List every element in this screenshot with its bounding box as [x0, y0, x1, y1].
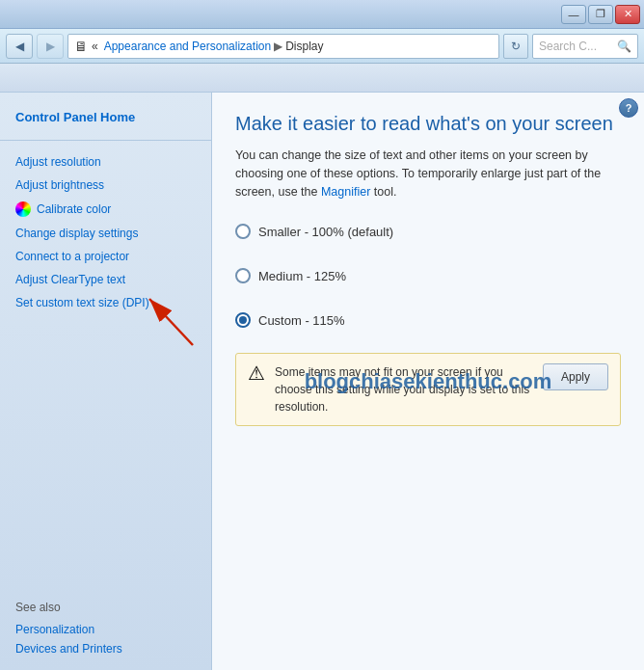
- main-container: Control Panel Home Adjust resolution Adj…: [0, 93, 644, 670]
- search-placeholder: Search C...: [539, 40, 597, 53]
- forward-button[interactable]: ▶: [37, 34, 64, 59]
- description-text-1: You can change the size of text and othe…: [235, 148, 601, 199]
- radio-option-smaller[interactable]: Smaller - 100% (default): [235, 220, 621, 243]
- maximize-button[interactable]: ❐: [588, 5, 613, 24]
- radio-custom-label: Custom - 115%: [258, 313, 345, 328]
- page-title: Make it easier to read what's on your sc…: [235, 112, 621, 135]
- search-icon: 🔍: [617, 40, 631, 53]
- sidebar-item-change-display-settings[interactable]: Change display settings: [0, 222, 211, 245]
- radio-custom[interactable]: [235, 312, 251, 328]
- color-wheel-icon: [15, 201, 31, 217]
- breadcrumb: 🖥 « Appearance and Personalization ▶ Dis…: [67, 34, 499, 59]
- change-display-label: Change display settings: [15, 227, 138, 240]
- minimize-button[interactable]: —: [561, 5, 586, 24]
- toolbar: [0, 64, 644, 93]
- breadcrumb-arrow: ▶: [274, 40, 282, 53]
- title-bar-controls: — ❐ ✕: [561, 5, 640, 24]
- sidebar-item-control-panel-home[interactable]: Control Panel Home: [0, 104, 211, 130]
- radio-smaller-label: Smaller - 100% (default): [258, 225, 393, 239]
- content-area: ? Make it easier to read what's on your …: [212, 93, 644, 670]
- sidebar-item-devices-printers[interactable]: Devices and Printers: [15, 639, 196, 658]
- radio-medium[interactable]: [235, 268, 251, 283]
- custom-dpi-label: Set custom text size (DPI): [15, 296, 149, 309]
- refresh-button[interactable]: ↻: [503, 34, 528, 59]
- sidebar-bottom: See also Personalization Devices and Pri…: [0, 589, 211, 658]
- breadcrumb-path2: Display: [285, 40, 323, 53]
- radio-smaller[interactable]: [235, 224, 251, 239]
- sidebar-item-connect-projector[interactable]: Connect to a projector: [0, 245, 211, 268]
- calibrate-color-label: Calibrate color: [37, 202, 111, 216]
- description-text-2: tool.: [374, 185, 397, 199]
- close-button[interactable]: ✕: [615, 5, 640, 24]
- magnifier-link[interactable]: Magnifier: [321, 185, 370, 199]
- address-bar: ◀ ▶ 🖥 « Appearance and Personalization ▶…: [0, 29, 644, 64]
- see-also-label: See also: [15, 601, 196, 614]
- sidebar-item-adjust-resolution[interactable]: Adjust resolution: [0, 150, 211, 174]
- warning-text: Some items may not fit on your screen if…: [275, 363, 533, 415]
- sidebar-item-personalization[interactable]: Personalization: [15, 620, 196, 639]
- cleartype-label: Adjust ClearType text: [15, 273, 125, 286]
- radio-option-medium[interactable]: Medium - 125%: [235, 264, 621, 287]
- sidebar-divider: [0, 140, 211, 141]
- back-button[interactable]: ◀: [6, 34, 33, 59]
- search-bar[interactable]: Search C... 🔍: [532, 34, 638, 59]
- sidebar: Control Panel Home Adjust resolution Adj…: [0, 93, 212, 670]
- radio-medium-label: Medium - 125%: [258, 269, 346, 283]
- breadcrumb-prefix: «: [92, 40, 98, 53]
- help-button[interactable]: ?: [619, 98, 638, 118]
- sidebar-item-adjust-brightness[interactable]: Adjust brightness: [0, 174, 211, 197]
- connect-projector-label: Connect to a projector: [15, 250, 129, 263]
- folder-icon: 🖥: [74, 39, 88, 54]
- warning-icon: ⚠: [248, 362, 265, 385]
- apply-button[interactable]: Apply: [543, 363, 608, 390]
- radio-option-custom[interactable]: Custom - 115%: [235, 308, 621, 332]
- sidebar-item-cleartype[interactable]: Adjust ClearType text: [0, 268, 211, 291]
- warning-box: ⚠ Some items may not fit on your screen …: [235, 353, 621, 426]
- title-bar: — ❐ ✕: [0, 0, 644, 29]
- adjust-resolution-label: Adjust resolution: [15, 155, 101, 169]
- breadcrumb-path1[interactable]: Appearance and Personalization: [104, 40, 271, 53]
- sidebar-item-calibrate-color[interactable]: Calibrate color: [0, 197, 211, 222]
- adjust-brightness-label: Adjust brightness: [15, 178, 104, 192]
- content-description: You can change the size of text and othe…: [235, 147, 621, 201]
- sidebar-item-custom-dpi[interactable]: Set custom text size (DPI): [0, 291, 211, 314]
